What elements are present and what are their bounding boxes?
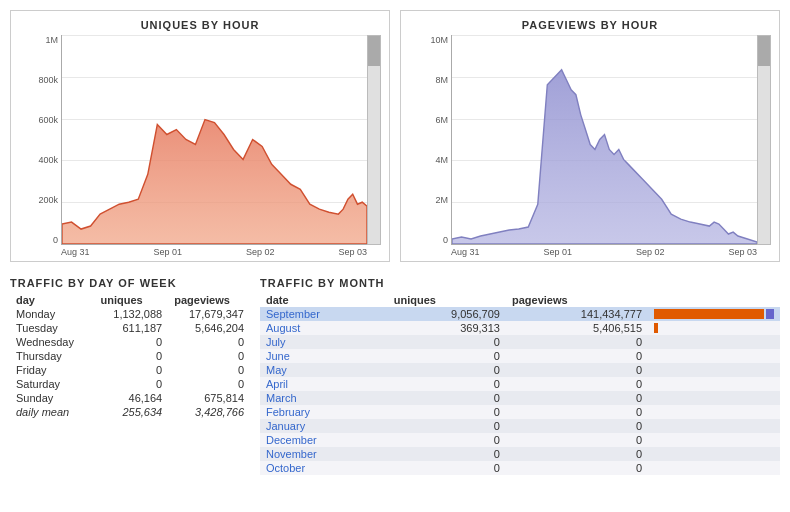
pageviews-cell: 0 bbox=[506, 405, 648, 419]
month-cell[interactable]: July bbox=[260, 335, 388, 349]
bar-cell bbox=[648, 349, 780, 363]
uniques-chart-inner bbox=[61, 35, 367, 245]
month-cell[interactable]: January bbox=[260, 419, 388, 433]
traffic-day-section: TRAFFIC BY DAY OF WEEK day uniques pagev… bbox=[10, 277, 250, 419]
charts-section: UNIQUES BY HOUR 1M 800k 600k 400k 200k 0 bbox=[0, 0, 790, 267]
uniques-cell: 0 bbox=[388, 447, 506, 461]
pageviews-cell: 0 bbox=[506, 419, 648, 433]
bar-cell bbox=[648, 447, 780, 461]
bar-wrap bbox=[654, 309, 774, 319]
table-row: June 0 0 bbox=[260, 349, 780, 363]
day-cell: Friday bbox=[10, 363, 95, 377]
uniques-cell: 0 bbox=[95, 363, 169, 377]
traffic-month-section: TRAFFIC BY MONTH date uniques pageviews … bbox=[260, 277, 780, 475]
bar-orange bbox=[654, 309, 764, 319]
pageviews-chart: PAGEVIEWS BY HOUR 10M 8M 6M 4M 2M 0 bbox=[400, 10, 780, 262]
traffic-month-table: date uniques pageviews September 9,056,7… bbox=[260, 293, 780, 475]
scrollbar-thumb bbox=[758, 36, 770, 66]
bar-cell bbox=[648, 377, 780, 391]
table-row: Wednesday 0 0 bbox=[10, 335, 250, 349]
month-cell[interactable]: November bbox=[260, 447, 388, 461]
daily-mean-label: daily mean bbox=[10, 405, 95, 419]
table-row: Tuesday 611,187 5,646,204 bbox=[10, 321, 250, 335]
daily-mean-pageviews: 3,428,766 bbox=[168, 405, 250, 419]
pageviews-cell: 0 bbox=[506, 461, 648, 475]
uniques-cell: 0 bbox=[95, 335, 169, 349]
pageviews-cell: 17,679,347 bbox=[168, 307, 250, 321]
pageviews-cell: 141,434,777 bbox=[506, 307, 648, 321]
table-row: January 0 0 bbox=[260, 419, 780, 433]
uniques-chart: UNIQUES BY HOUR 1M 800k 600k 400k 200k 0 bbox=[10, 10, 390, 262]
day-cell: Monday bbox=[10, 307, 95, 321]
uniques-cell: 0 bbox=[388, 405, 506, 419]
pageviews-cell: 0 bbox=[168, 335, 250, 349]
day-cell: Tuesday bbox=[10, 321, 95, 335]
bottom-section: TRAFFIC BY DAY OF WEEK day uniques pagev… bbox=[0, 267, 790, 485]
bar-cell bbox=[648, 307, 780, 321]
month-cell[interactable]: August bbox=[260, 321, 388, 335]
month-cell[interactable]: March bbox=[260, 391, 388, 405]
uniques-cell: 0 bbox=[388, 363, 506, 377]
uniques-chart-area: 1M 800k 600k 400k 200k 0 bbox=[19, 35, 381, 245]
month-cell[interactable]: September bbox=[260, 307, 388, 321]
col-uniques: uniques bbox=[95, 293, 169, 307]
bar-blue bbox=[766, 309, 774, 319]
pageviews-cell: 5,406,515 bbox=[506, 321, 648, 335]
pageviews-cell: 0 bbox=[506, 335, 648, 349]
bar-cell bbox=[648, 419, 780, 433]
pageviews-cell: 0 bbox=[168, 349, 250, 363]
uniques-cell: 46,164 bbox=[95, 391, 169, 405]
day-cell: Wednesday bbox=[10, 335, 95, 349]
uniques-cell: 0 bbox=[95, 377, 169, 391]
bar-cell bbox=[648, 405, 780, 419]
bar-wrap bbox=[654, 323, 774, 333]
table-row: April 0 0 bbox=[260, 377, 780, 391]
pageviews-cell: 675,814 bbox=[168, 391, 250, 405]
day-cell: Thursday bbox=[10, 349, 95, 363]
table-row: March 0 0 bbox=[260, 391, 780, 405]
uniques-cell: 0 bbox=[95, 349, 169, 363]
bar-cell bbox=[648, 391, 780, 405]
daily-mean-row: daily mean 255,634 3,428,766 bbox=[10, 405, 250, 419]
svg-marker-0 bbox=[62, 120, 367, 244]
uniques-cell: 9,056,709 bbox=[388, 307, 506, 321]
bar-cell bbox=[648, 335, 780, 349]
month-cell[interactable]: May bbox=[260, 363, 388, 377]
pageviews-cell: 0 bbox=[506, 377, 648, 391]
bar-orange bbox=[654, 323, 658, 333]
uniques-scrollbar[interactable] bbox=[367, 35, 381, 245]
pageviews-chart-area: 10M 8M 6M 4M 2M 0 bbox=[409, 35, 771, 245]
pageviews-cell: 5,646,204 bbox=[168, 321, 250, 335]
daily-mean-uniques: 255,634 bbox=[95, 405, 169, 419]
table-row: July 0 0 bbox=[260, 335, 780, 349]
pageviews-svg bbox=[452, 35, 757, 244]
month-cell[interactable]: April bbox=[260, 377, 388, 391]
table-row: September 9,056,709 141,434,777 bbox=[260, 307, 780, 321]
month-cell[interactable]: February bbox=[260, 405, 388, 419]
table-row: August 369,313 5,406,515 bbox=[260, 321, 780, 335]
uniques-svg bbox=[62, 35, 367, 244]
pageviews-chart-inner bbox=[451, 35, 757, 245]
uniques-cell: 0 bbox=[388, 349, 506, 363]
table-row: Saturday 0 0 bbox=[10, 377, 250, 391]
table-row: Monday 1,132,088 17,679,347 bbox=[10, 307, 250, 321]
pageviews-y-axis: 10M 8M 6M 4M 2M 0 bbox=[409, 35, 451, 245]
col-pageviews: pageviews bbox=[168, 293, 250, 307]
scrollbar-thumb bbox=[368, 36, 380, 66]
month-cell[interactable]: June bbox=[260, 349, 388, 363]
uniques-cell: 0 bbox=[388, 461, 506, 475]
pageviews-chart-title: PAGEVIEWS BY HOUR bbox=[409, 19, 771, 31]
month-cell[interactable]: October bbox=[260, 461, 388, 475]
uniques-cell: 0 bbox=[388, 391, 506, 405]
pageviews-cell: 0 bbox=[506, 363, 648, 377]
pageviews-cell: 0 bbox=[506, 349, 648, 363]
month-cell[interactable]: December bbox=[260, 433, 388, 447]
table-row: May 0 0 bbox=[260, 363, 780, 377]
traffic-day-table: day uniques pageviews Monday 1,132,088 1… bbox=[10, 293, 250, 419]
pageviews-cell: 0 bbox=[506, 447, 648, 461]
uniques-x-axis: Aug 31 Sep 01 Sep 02 Sep 03 bbox=[61, 245, 367, 257]
pageviews-scrollbar[interactable] bbox=[757, 35, 771, 245]
uniques-cell: 1,132,088 bbox=[95, 307, 169, 321]
bar-cell bbox=[648, 321, 780, 335]
table-row: December 0 0 bbox=[260, 433, 780, 447]
